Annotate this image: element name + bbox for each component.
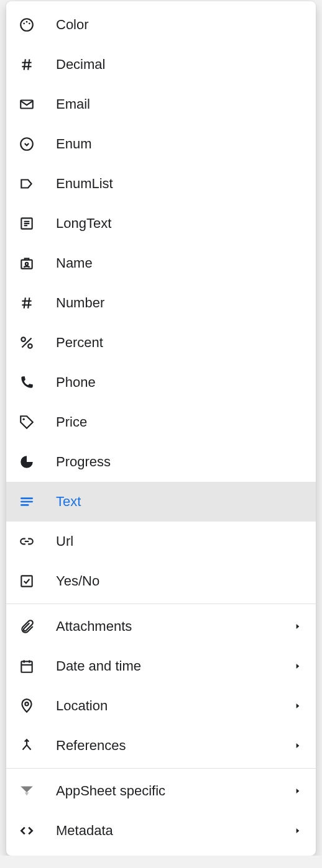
menu-item-metadata[interactable]: Metadata [6,811,316,851]
type-select-dropdown: Color Decimal Email Enum [6,1,316,856]
appsheet-icon [19,783,56,799]
longtext-icon [19,215,56,232]
menu-item-label: Enum [56,136,303,152]
svg-point-9 [21,138,33,150]
svg-point-21 [28,344,32,348]
svg-rect-28 [21,661,32,672]
menu-item-enum[interactable]: Enum [6,124,316,164]
menu-item-datetime[interactable]: Date and time [6,646,316,686]
enum-icon [19,136,56,152]
menu-item-name[interactable]: Name [6,243,316,283]
menu-divider [6,768,316,769]
svg-line-6 [24,59,25,70]
menu-item-label: Number [56,295,303,311]
menu-divider [6,604,316,604]
menu-item-price[interactable]: Price [6,402,316,442]
menu-item-appsheet[interactable]: AppSheet specific [6,771,316,811]
menu-item-references[interactable]: References [6,726,316,766]
menu-item-label: EnumList [56,176,303,192]
svg-point-20 [21,337,25,341]
menu-item-url[interactable]: Url [6,522,316,561]
percent-icon [19,335,56,351]
menu-item-label: Text [56,494,303,510]
chevron-right-icon [292,622,303,631]
svg-line-22 [22,338,31,347]
svg-line-18 [24,297,25,308]
svg-point-23 [23,418,25,420]
menu-item-label: Progress [56,454,303,470]
svg-rect-14 [21,260,32,269]
palette-icon [19,17,56,33]
svg-line-7 [28,59,29,70]
hash-icon [19,295,56,311]
menu-item-text[interactable]: Text [6,482,316,522]
menu-item-label: Location [56,698,292,714]
menu-item-label: Phone [56,374,303,391]
menu-item-label: Color [56,17,303,33]
menu-item-yesno[interactable]: Yes/No [6,561,316,601]
menu-item-label: Name [56,255,303,271]
mail-icon [19,96,56,112]
location-icon [19,698,56,714]
svg-point-2 [26,21,28,23]
attach-icon [19,618,56,635]
checkbox-icon [19,573,56,589]
menu-item-label: Decimal [56,57,303,73]
menu-item-label: Attachments [56,618,292,635]
menu-item-label: LongText [56,215,303,232]
menu-item-decimal[interactable]: Decimal [6,45,316,84]
menu-item-enumlist[interactable]: EnumList [6,164,316,204]
menu-item-email[interactable]: Email [6,84,316,124]
text-icon [19,494,56,510]
menu-item-label: Url [56,533,303,549]
code-icon [19,823,56,839]
svg-point-32 [25,702,28,705]
menu-item-label: Price [56,414,303,430]
svg-point-15 [25,263,28,265]
progress-icon [19,454,56,470]
menu-item-percent[interactable]: Percent [6,323,316,363]
menu-item-location[interactable]: Location [6,686,316,726]
chevron-right-icon [292,826,303,835]
menu-item-label: Percent [56,335,303,351]
svg-point-0 [21,19,33,31]
menu-item-label: References [56,738,292,754]
svg-line-19 [28,297,29,308]
price-icon [19,414,56,430]
calendar-icon [19,658,56,674]
phone-icon [19,374,56,391]
svg-point-3 [29,23,30,25]
menu-item-label: Email [56,96,303,112]
tag-icon [19,176,56,192]
chevron-right-icon [292,787,303,795]
badge-icon [19,255,56,271]
menu-item-longtext[interactable]: LongText [6,204,316,243]
menu-item-number[interactable]: Number [6,283,316,323]
menu-item-label: Yes/No [56,573,303,589]
menu-item-phone[interactable]: Phone [6,363,316,402]
menu-item-label: Date and time [56,658,292,674]
menu-item-color[interactable]: Color [6,5,316,45]
menu-item-progress[interactable]: Progress [6,442,316,482]
merge-icon [19,738,56,754]
chevron-right-icon [292,662,303,671]
chevron-right-icon [292,702,303,710]
link-icon [19,533,56,549]
menu-item-label: AppSheet specific [56,783,292,799]
chevron-right-icon [292,741,303,750]
svg-point-1 [23,23,25,25]
menu-item-attachments[interactable]: Attachments [6,607,316,646]
hash-icon [19,57,56,73]
svg-rect-27 [21,576,32,586]
menu-item-label: Metadata [56,823,292,839]
